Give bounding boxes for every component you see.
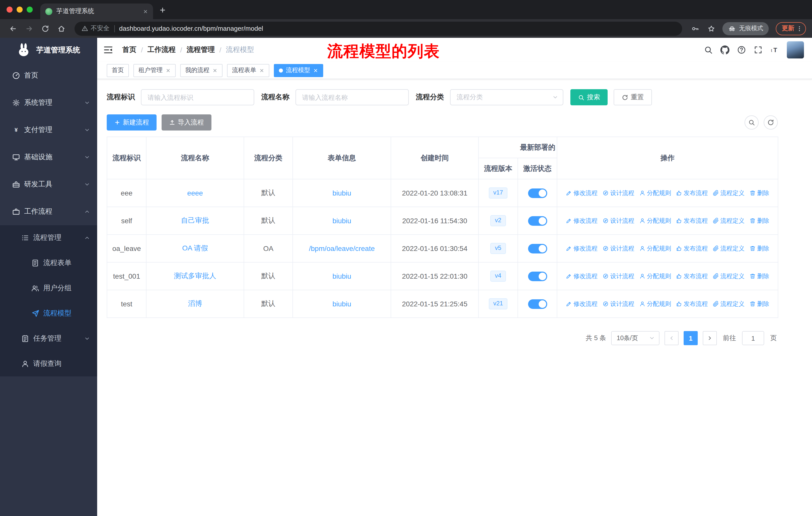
action-publish-link[interactable]: 发布流程 — [676, 216, 708, 225]
process-key-input[interactable] — [141, 89, 254, 105]
action-definition-link[interactable]: 流程定义 — [713, 216, 745, 225]
sidebar-item-infrastructure[interactable]: 基础设施 — [0, 144, 97, 171]
refresh-table-button[interactable] — [764, 115, 778, 130]
action-definition-link[interactable]: 流程定义 — [713, 300, 745, 308]
zoom-window-button[interactable] — [27, 6, 33, 12]
sidebar-item-payment[interactable]: 支付管理 — [0, 116, 97, 144]
action-design-link[interactable]: 设计流程 — [603, 216, 634, 225]
sidebar-item-system[interactable]: 系统管理 — [0, 89, 97, 116]
search-button[interactable]: 搜索 — [570, 89, 608, 105]
action-design-link[interactable]: 设计流程 — [603, 272, 634, 280]
process-name-link[interactable]: eeee — [187, 189, 203, 197]
action-assign-link[interactable]: 分配规则 — [639, 189, 671, 197]
process-name-input[interactable] — [295, 89, 409, 105]
tag-process-model[interactable]: 流程模型 — [274, 64, 323, 77]
sidebar-item-devtools[interactable]: 研发工具 — [0, 171, 97, 198]
active-toggle[interactable] — [528, 188, 547, 198]
action-edit-link[interactable]: 修改流程 — [566, 272, 598, 280]
action-delete-link[interactable]: 删除 — [750, 272, 769, 280]
next-page-button[interactable] — [703, 331, 717, 345]
action-assign-link[interactable]: 分配规则 — [639, 244, 671, 253]
form-info-link[interactable]: biubiu — [332, 272, 351, 280]
sidebar-item-user-group[interactable]: 用户分组 — [0, 276, 97, 301]
browser-update-menu[interactable]: 更新 — [776, 22, 806, 35]
action-delete-link[interactable]: 删除 — [750, 300, 769, 308]
tag-process-form[interactable]: 流程表单 — [227, 64, 269, 77]
collapse-sidebar-button[interactable] — [103, 45, 113, 55]
goto-page-input[interactable] — [742, 331, 764, 345]
sidebar-item-leave-query[interactable]: 请假查询 — [0, 351, 97, 376]
sidebar-item-task-management[interactable]: 任务管理 — [0, 326, 97, 351]
action-edit-link[interactable]: 修改流程 — [566, 300, 598, 308]
browser-tab[interactable]: 芋道管理系统 — [40, 3, 153, 19]
tag-my-process[interactable]: 我的流程 — [180, 64, 223, 77]
close-icon[interactable] — [166, 68, 171, 73]
action-design-link[interactable]: 设计流程 — [603, 189, 634, 197]
form-info-link[interactable]: biubiu — [332, 300, 351, 308]
page-size-select[interactable]: 10条/页 — [611, 331, 660, 345]
action-publish-link[interactable]: 发布流程 — [676, 272, 708, 280]
kebab-menu-icon[interactable] — [796, 25, 803, 32]
action-edit-link[interactable]: 修改流程 — [566, 189, 598, 197]
process-name-link[interactable]: 滔博 — [188, 299, 202, 307]
process-name-link[interactable]: 测试多审批人 — [174, 272, 216, 280]
form-info-link[interactable]: biubiu — [332, 189, 351, 197]
action-definition-link[interactable]: 流程定义 — [713, 189, 745, 197]
minimize-window-button[interactable] — [17, 6, 23, 12]
action-publish-link[interactable]: 发布流程 — [676, 189, 708, 197]
new-tab-button[interactable] — [159, 6, 166, 15]
action-design-link[interactable]: 设计流程 — [603, 300, 634, 308]
fullscreen-button[interactable] — [754, 45, 763, 54]
process-category-select[interactable]: 流程分类 — [450, 89, 563, 105]
close-icon[interactable] — [259, 68, 264, 73]
action-publish-link[interactable]: 发布流程 — [676, 244, 708, 253]
reset-button[interactable]: 重置 — [614, 89, 652, 105]
close-icon[interactable] — [313, 68, 318, 73]
sidebar-item-process-form[interactable]: 流程表单 — [0, 250, 97, 276]
breadcrumb-workflow[interactable]: 工作流程 — [147, 45, 176, 54]
font-size-button[interactable] — [770, 45, 779, 54]
tag-tenant-management[interactable]: 租户管理 — [134, 64, 176, 77]
security-indicator[interactable]: 不安全 — [82, 24, 110, 33]
address-bar[interactable]: 不安全 dashboard.yudao.iocoder.cn/bpm/manag… — [75, 21, 682, 35]
tag-home[interactable]: 首页 — [107, 64, 129, 77]
form-info-link[interactable]: /bpm/oa/leave/create — [309, 244, 375, 252]
action-delete-link[interactable]: 删除 — [750, 189, 769, 197]
create-process-button[interactable]: 新建流程 — [107, 114, 156, 131]
close-icon[interactable] — [212, 68, 218, 73]
show-search-button[interactable] — [745, 115, 759, 130]
import-process-button[interactable]: 导入流程 — [162, 114, 211, 131]
process-name-link[interactable]: OA 请假 — [182, 244, 208, 252]
forward-button[interactable] — [22, 21, 36, 35]
sidebar-item-process-model[interactable]: 流程模型 — [0, 301, 97, 326]
password-key-button[interactable] — [688, 21, 702, 35]
prev-page-button[interactable] — [665, 331, 678, 345]
action-definition-link[interactable]: 流程定义 — [713, 272, 745, 280]
action-publish-link[interactable]: 发布流程 — [676, 300, 708, 308]
action-definition-link[interactable]: 流程定义 — [713, 244, 745, 253]
close-window-button[interactable] — [6, 6, 12, 12]
sidebar-item-workflow[interactable]: 工作流程 — [0, 198, 97, 225]
sidebar-item-process-management[interactable]: 流程管理 — [0, 225, 97, 250]
action-assign-link[interactable]: 分配规则 — [639, 216, 671, 225]
action-assign-link[interactable]: 分配规则 — [639, 272, 671, 280]
action-delete-link[interactable]: 删除 — [750, 244, 769, 253]
form-info-link[interactable]: biubiu — [332, 217, 351, 225]
action-edit-link[interactable]: 修改流程 — [566, 216, 598, 225]
app-logo[interactable]: 芋道管理系统 — [0, 38, 97, 62]
bookmark-button[interactable] — [704, 21, 718, 35]
page-number-1[interactable]: 1 — [684, 331, 698, 345]
sidebar-item-home[interactable]: 首页 — [0, 62, 97, 89]
process-name-link[interactable]: 自己审批 — [181, 216, 209, 224]
active-toggle[interactable] — [528, 216, 547, 225]
browser-home-button[interactable] — [54, 21, 68, 35]
help-button[interactable] — [737, 45, 746, 54]
global-search-button[interactable] — [704, 45, 713, 54]
reload-button[interactable] — [38, 21, 52, 35]
back-button[interactable] — [6, 21, 20, 35]
active-toggle[interactable] — [528, 244, 547, 253]
tab-close-icon[interactable] — [143, 9, 148, 14]
breadcrumb-home[interactable]: 首页 — [122, 45, 137, 54]
action-design-link[interactable]: 设计流程 — [603, 244, 634, 253]
user-avatar[interactable] — [787, 41, 804, 58]
